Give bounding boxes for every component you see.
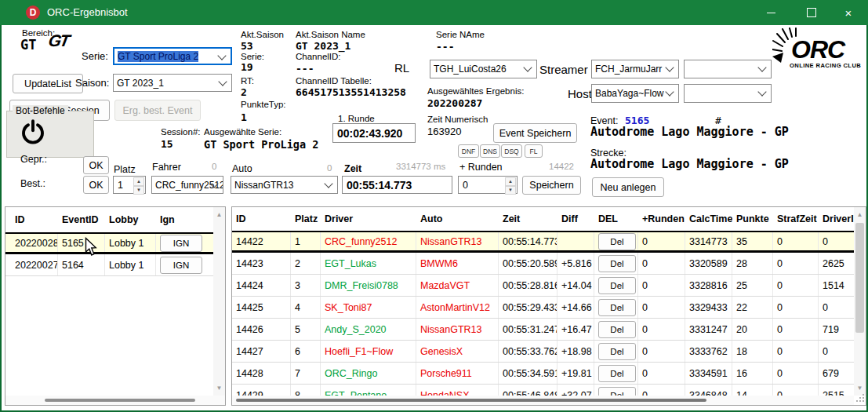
dnf-button[interactable]: DNF [458, 144, 479, 158]
result-row[interactable]: 144276 Hoefli_F1~Flow GenesisX 00:55:33.… [232, 341, 854, 363]
col-eventid: EventID [58, 214, 105, 225]
saison-select[interactable]: GT 2023_1 [113, 74, 232, 92]
del-button[interactable]: Del [598, 255, 636, 272]
del-button[interactable]: Del [598, 233, 636, 250]
host-extra-select[interactable] [684, 84, 772, 103]
scroll-thumb[interactable] [855, 223, 864, 333]
driver-cell: Hoefli_F1~Flow [321, 341, 416, 362]
channelid-tabelle-label: ChannelID Tabelle: [296, 76, 372, 86]
runden-stepper[interactable]: 0 ▲▼ [458, 176, 518, 194]
stepper-up-icon[interactable]: ▲ [133, 177, 144, 186]
session-value: 15 [161, 138, 173, 150]
scroll-up-icon[interactable]: ▲ [854, 209, 866, 221]
orc-logo: ORC ONLINE RACING CLUB [772, 27, 863, 74]
auto-cell: BMWM6 [416, 253, 499, 274]
del-button[interactable]: Del [598, 299, 636, 316]
close-button[interactable]: × [830, 0, 866, 25]
stepper-down-icon[interactable]: ▼ [133, 186, 144, 195]
auto-cell: AstonMartinV12 [416, 297, 499, 318]
streamer-select[interactable]: FCH_JarmuJarr [591, 60, 679, 78]
col-platz: Platz [291, 213, 321, 224]
fahrer-badge: 0 [212, 162, 216, 171]
power-button[interactable] [19, 118, 47, 149]
col-driverid: DriverI [819, 213, 854, 224]
stepper-down-icon[interactable]: ▼ [505, 186, 516, 195]
best-label: Best.: [20, 178, 45, 189]
host-select[interactable]: BabaYaga~Flow [591, 84, 679, 103]
event-speichern-button[interactable]: Event Speichern [493, 123, 577, 143]
serie-select-value: GT Sport ProLiga 2 [118, 51, 198, 62]
del-button[interactable]: Del [598, 343, 636, 360]
title-bar: D ORC-Ergebnisbot × [0, 0, 868, 25]
channelid-label: ChannelID: [296, 52, 341, 61]
strecke-value: Autodrome Lago Maggiore - GP [590, 157, 789, 171]
scroll-down-icon[interactable]: ▼ [854, 382, 866, 394]
results-table-header: ID Platz Driver Auto Zeit Diff DEL +Rund… [232, 207, 866, 231]
streamer-select-value: FCH_JarmuJarr [595, 64, 662, 75]
results-horizontal-scrollbar[interactable] [232, 396, 854, 405]
minimize-button[interactable] [753, 0, 789, 25]
zeit-numerisch-label: Zeit Numerisch [427, 115, 488, 124]
ign-button[interactable]: IGN [160, 257, 202, 274]
gepr-ok-button[interactable]: OK [83, 156, 109, 174]
close-icon: × [845, 7, 852, 19]
chevron-down-icon [757, 87, 766, 96]
rl-select-value: TGH_LuiCosta26 [434, 64, 507, 75]
gepr-label: Gepr.: [20, 154, 47, 165]
neu-anlegen-button[interactable]: Neu anlegen [592, 177, 664, 197]
erste-runde-label: 1. Runde [338, 114, 375, 123]
chevron-down-icon [324, 179, 332, 188]
result-row[interactable]: 144221 CRC_funny2512 NissanGTR13 00:55:1… [232, 231, 854, 253]
chevron-down-icon [757, 63, 766, 71]
zeit-ms-hint: 3314773 ms [396, 162, 445, 171]
auto-select[interactable]: NissanGTR13 [231, 176, 338, 194]
event-row[interactable]: 202200270 5164 Lobby 1 IGN [5, 254, 214, 276]
saison-label: Saison: [75, 77, 109, 89]
event-row[interactable]: 202200287 5165 Lobby 1 IGN [5, 232, 214, 254]
scroll-thumb[interactable] [45, 399, 195, 402]
maximize-button[interactable] [794, 0, 830, 25]
lobby-cell: Lobby 1 [105, 234, 156, 252]
minimize-icon [767, 13, 775, 13]
dns-button[interactable]: DNS [480, 144, 500, 158]
resize-grip[interactable] [856, 400, 858, 402]
scroll-down-icon[interactable]: ▼ [213, 382, 225, 394]
events-vertical-scrollbar[interactable]: ▲ ▼ [213, 207, 225, 396]
scroll-thumb[interactable] [236, 399, 706, 402]
results-vertical-scrollbar[interactable]: ▲ ▼ [854, 207, 866, 396]
rt-value: 2 [241, 86, 247, 98]
result-row[interactable]: 144243 DMR_Freisi0788 MazdaVGT 00:55:28.… [232, 275, 854, 297]
serie-name-label: Serie NAme [436, 30, 485, 39]
del-button[interactable]: Del [598, 321, 636, 338]
maximize-icon [807, 8, 816, 17]
stepper-up-icon[interactable]: ▲ [505, 177, 516, 186]
zeit-input[interactable]: 00:55:14.773 [342, 176, 452, 194]
scroll-up-icon[interactable]: ▲ [213, 209, 225, 221]
result-row[interactable]: 144254 SK_Toni87 AstonMartinV12 00:55:29… [232, 297, 854, 319]
result-row[interactable]: 144265 Andy_S_2020 NissanGTR13 00:55:31.… [232, 319, 854, 341]
erste-runde-input[interactable]: 00:02:43.920 [332, 123, 416, 143]
result-row[interactable]: 144232 EGT_Lukas BMWM6 00:55:20.589+5.81… [232, 253, 854, 275]
auto-badge: 0 [327, 163, 332, 173]
speichern-button[interactable]: Speichern [522, 176, 581, 195]
platz-stepper[interactable]: 1 ▲▼ [113, 176, 146, 194]
del-button[interactable]: Del [598, 365, 636, 382]
ausgew-serie-value: GT Sport ProLiga 2 [204, 138, 318, 151]
streamer-extra-select[interactable] [684, 60, 772, 78]
updatelist-button[interactable]: UpdateList [13, 74, 83, 93]
best-ok-button[interactable]: OK [83, 176, 109, 194]
power-icon [19, 118, 47, 149]
rl-select[interactable]: TGH_LuiCosta26 [430, 60, 537, 78]
orc-ergebnisbot-window: D ORC-Ergebnisbot × Bereich: GT GT Serie… [0, 0, 868, 412]
result-row[interactable]: 144287 ORC_Ringo Porsche911 00:55:34.591… [232, 363, 854, 385]
col-ign: Ign [156, 214, 214, 225]
ign-button[interactable]: IGN [160, 235, 202, 252]
ausgew-serie-label: Ausgewählte Serie: [204, 127, 281, 137]
fahrer-select[interactable]: CRC_funny2512 [151, 176, 223, 194]
del-button[interactable]: Del [598, 277, 636, 294]
dsq-button[interactable]: DSQ [501, 144, 522, 158]
serie-select[interactable]: GT Sport ProLiga 2 [113, 47, 232, 65]
events-horizontal-scrollbar[interactable] [5, 396, 226, 405]
fl-button[interactable]: FL [525, 144, 543, 158]
driver-cell: EGT_Lukas [321, 253, 416, 274]
